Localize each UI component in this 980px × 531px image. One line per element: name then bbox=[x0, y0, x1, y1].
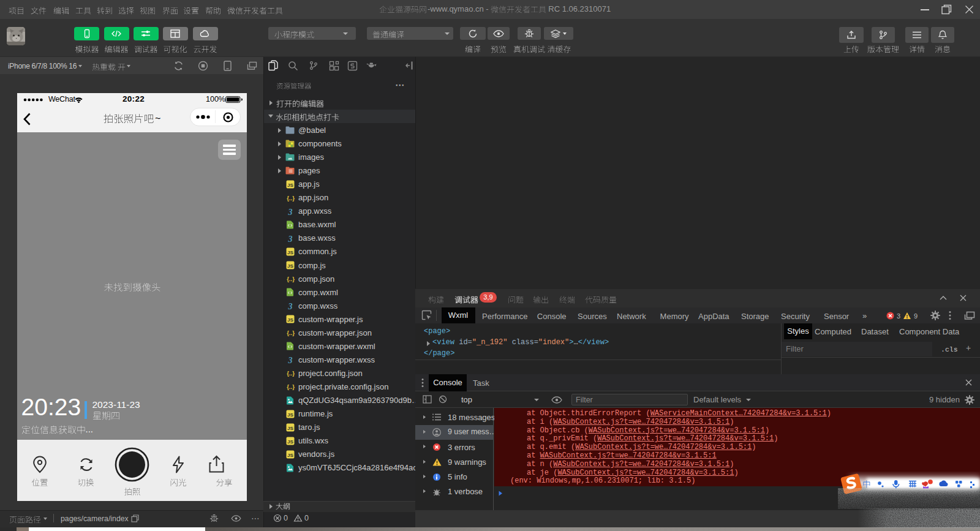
svg-text:JS: JS bbox=[287, 425, 293, 431]
svg-text:JS: JS bbox=[287, 317, 293, 323]
svg-text:3: 3 bbox=[288, 356, 293, 364]
svg-text:JS: JS bbox=[287, 412, 293, 417]
svg-text:JS: JS bbox=[287, 263, 293, 269]
svg-text:{..}: {..} bbox=[287, 330, 295, 336]
svg-text:JS: JS bbox=[287, 182, 293, 187]
svg-text:JS: JS bbox=[287, 452, 293, 458]
svg-text:{..}: {..} bbox=[287, 194, 295, 201]
svg-text:3: 3 bbox=[288, 302, 293, 311]
svg-text:3: 3 bbox=[288, 234, 293, 243]
svg-text:{..}: {..} bbox=[287, 276, 295, 282]
svg-text:{..}: {..} bbox=[287, 370, 295, 377]
svg-text:JS: JS bbox=[287, 439, 293, 444]
svg-text:{..}: {..} bbox=[287, 383, 295, 390]
svg-text:3: 3 bbox=[288, 207, 293, 216]
svg-text:JS: JS bbox=[287, 249, 293, 255]
